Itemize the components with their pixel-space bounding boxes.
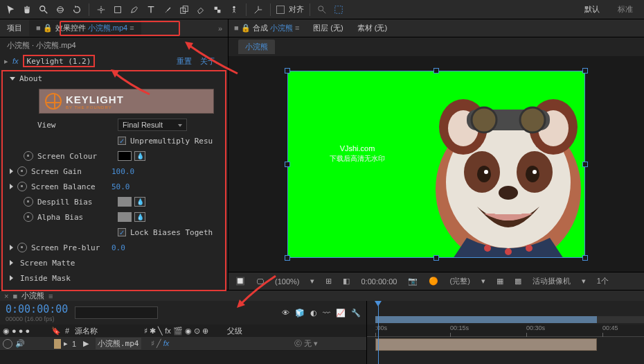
svg-point-27 — [484, 245, 491, 252]
roto-tool[interactable] — [211, 3, 224, 16]
eraser-tool[interactable] — [195, 3, 207, 16]
stopwatch-icon[interactable] — [24, 151, 33, 161]
transform-handle[interactable] — [285, 255, 290, 261]
shy-icon[interactable]: 👁 — [282, 309, 289, 318]
layer-name[interactable]: 小浣熊.mp4 — [96, 338, 141, 349]
stopwatch-icon[interactable] — [24, 197, 33, 207]
expand-icon[interactable] — [10, 245, 13, 250]
zoom-tool[interactable] — [37, 3, 50, 16]
expand-icon[interactable] — [10, 77, 15, 80]
chevron-down-icon[interactable]: ▾ — [307, 276, 317, 286]
prop-screenmatte-label: Screen Matte — [20, 259, 96, 268]
stopwatch-icon[interactable] — [17, 243, 27, 252]
expand-icon[interactable] — [10, 260, 13, 266]
wrench-icon[interactable]: 🔧 — [351, 309, 361, 318]
transform-handle[interactable] — [582, 255, 588, 261]
time-ruler[interactable]: :00s 00:15s 00:30s 00:45 — [367, 324, 644, 337]
layer-clip[interactable] — [375, 338, 597, 351]
cube-icon[interactable]: 🧊 — [295, 309, 305, 318]
display-icon[interactable]: 🖵 — [253, 277, 267, 286]
views-dropdown[interactable]: 1个 — [594, 275, 611, 287]
eyedropper-icon[interactable]: 💧 — [134, 197, 145, 207]
timecode-display[interactable]: 0:00:00:00 — [358, 277, 400, 286]
clone-tool[interactable] — [178, 3, 190, 16]
grid-icon[interactable]: ⊞ — [323, 276, 334, 286]
expand-icon[interactable] — [10, 184, 13, 189]
brush-tool[interactable] — [161, 3, 174, 16]
screen-gain-value[interactable]: 100.0 — [111, 167, 134, 176]
camera-dropdown[interactable]: 活动摄像机 — [530, 275, 573, 287]
fps-display: 00000 (16.00 fps) — [6, 315, 68, 322]
transform-handle[interactable] — [433, 68, 439, 73]
graph-icon[interactable]: 📈 — [336, 309, 346, 318]
transform-handle[interactable] — [285, 68, 290, 73]
expand-icon[interactable] — [10, 168, 13, 174]
region-icon[interactable]: ▦ — [494, 276, 506, 286]
visibility-toggle[interactable] — [3, 339, 12, 349]
orbit-tool[interactable] — [54, 3, 66, 16]
timeline-tab[interactable]: 小浣熊 — [21, 291, 44, 301]
mask-mode-icon[interactable] — [332, 3, 345, 16]
hand-tool[interactable] — [21, 3, 33, 16]
stopwatch-icon[interactable] — [17, 182, 27, 191]
project-tab[interactable]: 项目 — [0, 20, 29, 36]
eyedropper-icon[interactable]: 💧 — [134, 151, 145, 161]
lockbiases-checkbox[interactable] — [118, 228, 126, 236]
magnify-icon[interactable]: 🔲 — [233, 276, 248, 286]
rotate-tool[interactable] — [71, 3, 83, 16]
transform-handle[interactable] — [433, 255, 439, 261]
viewer-panel: ■ 🔒 合成 小浣熊 ≡ 图层 (无) 素材 (无) 小浣熊 VJshi.com… — [229, 19, 644, 290]
svg-rect-26 — [494, 209, 522, 214]
about-label: About — [19, 74, 42, 83]
search-icon[interactable] — [316, 3, 328, 16]
stopwatch-icon[interactable] — [17, 166, 27, 176]
source-tab[interactable]: 素材 (无) — [357, 23, 387, 33]
puppet-tool[interactable] — [228, 3, 240, 16]
effect-name[interactable]: Keylight (1.2) — [23, 55, 96, 67]
screen-balance-value[interactable]: 50.0 — [111, 182, 130, 191]
layer-tab[interactable]: 图层 (无) — [313, 23, 343, 33]
prop-screengain-label: Screen Gain — [31, 167, 107, 176]
anchor-tool[interactable] — [95, 3, 107, 16]
mask-icon[interactable]: ◧ — [340, 276, 352, 286]
track-area[interactable] — [367, 337, 644, 364]
stopwatch-icon[interactable] — [24, 212, 33, 222]
prop-preblur-label: Screen Pre-blur — [31, 243, 107, 252]
frame-blend-icon[interactable]: ◐ — [310, 309, 317, 318]
comp-tab[interactable]: ■ 🔒 合成 小浣熊 ≡ — [234, 23, 299, 33]
search-input[interactable] — [75, 306, 158, 319]
eyedropper-icon[interactable]: 💧 — [134, 212, 145, 222]
prop-view-label: View — [37, 121, 114, 130]
selection-tool[interactable] — [4, 3, 17, 16]
snapshot-icon[interactable]: 📷 — [405, 276, 420, 286]
panel-menu-icon[interactable]: » — [218, 24, 222, 33]
layer-row[interactable]: 🔊 ▸ 1 ▶ 小浣熊.mp4 ♯ ╱ fx ⓒ 无 ▾ — [0, 337, 366, 351]
workspace-default[interactable]: 默认 — [578, 3, 607, 16]
snap-checkbox[interactable] — [276, 6, 285, 14]
transform-handle[interactable] — [582, 162, 588, 167]
playhead[interactable] — [378, 301, 379, 364]
text-tool[interactable] — [145, 3, 157, 16]
rect-tool[interactable] — [111, 3, 124, 16]
workspace-standard[interactable]: 标准 — [611, 3, 640, 16]
preblur-value[interactable]: 0.0 — [111, 243, 125, 252]
about-link[interactable]: 关于.. — [200, 56, 220, 67]
transform-handle[interactable] — [582, 68, 588, 73]
zoom-dropdown[interactable]: (100%) — [272, 277, 302, 286]
transform-handle[interactable] — [285, 162, 290, 167]
channel-icon[interactable]: 🟠 — [426, 276, 441, 286]
composition-viewport[interactable]: VJshi.com 下载后高清无水印 — [229, 56, 644, 272]
expand-icon[interactable] — [10, 275, 13, 281]
unpremult-checkbox[interactable] — [118, 137, 126, 145]
colour-swatch[interactable] — [118, 212, 132, 222]
motion-blur-icon[interactable]: 〰 — [323, 309, 330, 318]
resolution-dropdown[interactable]: (完整) — [447, 275, 472, 287]
reset-link[interactable]: 重置 — [177, 56, 192, 67]
current-timecode[interactable]: 0:00:00:00 — [6, 303, 68, 315]
view-dropdown[interactable]: Final Result — [118, 119, 187, 131]
local-axis-icon[interactable] — [252, 3, 265, 16]
colour-swatch[interactable] — [118, 151, 132, 161]
transparency-icon[interactable]: ▩ — [512, 276, 524, 286]
pen-tool[interactable] — [128, 3, 141, 16]
colour-swatch[interactable] — [118, 197, 132, 207]
